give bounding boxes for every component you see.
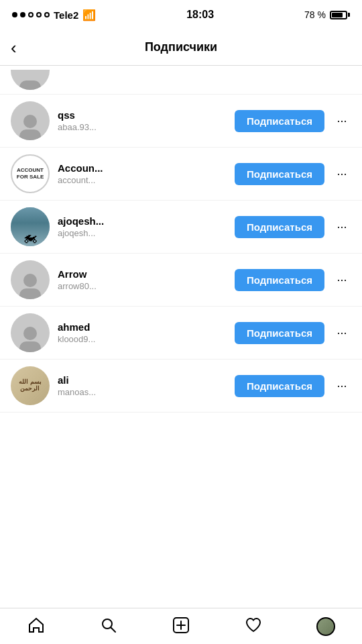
avatar[interactable]: ACCOUNTFOR SALE	[11, 154, 50, 193]
bottom-navigation	[0, 608, 362, 644]
page-title: Подписчики	[145, 40, 217, 54]
avatar[interactable]	[11, 101, 50, 140]
list-item: بسم اللهالرحمن ali manoas... Подписаться…	[0, 360, 362, 413]
status-time: 18:03	[186, 9, 214, 21]
home-icon	[27, 616, 45, 637]
page-header: ‹ Подписчики	[0, 30, 362, 66]
list-item: ACCOUNTFOR SALE Accoun... account... Под…	[0, 148, 362, 201]
more-options-button[interactable]: ···	[333, 379, 351, 393]
user-handle: arrow80...	[58, 281, 227, 291]
follow-button[interactable]: Подписаться	[235, 216, 324, 238]
account-sale-label: ACCOUNTFOR SALE	[14, 164, 46, 182]
user-info: qss abaa.93...	[58, 109, 227, 132]
username: ali	[58, 374, 227, 386]
user-handle: account...	[58, 175, 227, 185]
back-button[interactable]: ‹	[11, 39, 17, 56]
carrier-name: Tele2	[54, 9, 78, 21]
status-right: 78 %	[304, 9, 350, 20]
signal-dots	[12, 12, 50, 17]
user-info: Arrow arrow80...	[58, 268, 227, 291]
username: ahmed	[58, 321, 227, 333]
nav-add[interactable]	[145, 608, 217, 644]
add-icon	[172, 616, 190, 637]
partial-avatar	[11, 70, 50, 90]
list-item: qss abaa.93... Подписаться ···	[0, 95, 362, 148]
follow-button[interactable]: Подписаться	[235, 375, 324, 397]
search-icon	[100, 616, 117, 637]
dot-3	[28, 12, 34, 17]
avatar[interactable]	[11, 260, 50, 299]
nav-search[interactable]	[72, 608, 145, 644]
user-handle: abaa.93...	[58, 122, 227, 132]
user-info: ahmed kloood9...	[58, 321, 227, 344]
follow-button[interactable]: Подписаться	[235, 110, 324, 132]
follow-button[interactable]: Подписаться	[235, 163, 324, 185]
user-handle: manoas...	[58, 387, 227, 397]
follow-button[interactable]: Подписаться	[235, 269, 324, 291]
user-handle: ajoqesh...	[58, 228, 227, 238]
heart-icon	[245, 616, 262, 637]
status-left: Tele2 📶	[12, 9, 96, 21]
avatar[interactable]	[11, 313, 50, 352]
username: Accoun...	[58, 162, 227, 174]
avatar[interactable]: بسم اللهالرحمن	[11, 366, 50, 405]
user-info: ali manoas...	[58, 374, 227, 397]
more-options-button[interactable]: ···	[333, 220, 351, 234]
more-options-button[interactable]: ···	[333, 114, 351, 128]
profile-avatar	[316, 617, 335, 636]
follow-button[interactable]: Подписаться	[235, 322, 324, 344]
dot-5	[44, 12, 50, 17]
photo-content: 🏍	[23, 229, 38, 246]
followers-list: qss abaa.93... Подписаться ··· ACCOUNTFO…	[0, 66, 362, 608]
user-info: ajoqesh... ajoqesh...	[58, 215, 227, 238]
username: Arrow	[58, 268, 227, 280]
battery-percent: 78 %	[304, 9, 326, 20]
more-options-button[interactable]: ···	[333, 273, 351, 287]
dot-1	[12, 12, 17, 17]
more-options-button[interactable]: ···	[333, 167, 351, 181]
battery-icon	[330, 11, 350, 19]
wifi-icon: 📶	[82, 9, 96, 21]
list-item: ahmed kloood9... Подписаться ···	[0, 307, 362, 360]
partial-top-item	[0, 66, 362, 95]
username: qss	[58, 109, 227, 121]
list-item: 🏍 ajoqesh... ajoqesh... Подписаться ···	[0, 201, 362, 254]
nav-home[interactable]	[0, 608, 72, 644]
avatar[interactable]: 🏍	[11, 207, 50, 246]
more-options-button[interactable]: ···	[333, 326, 351, 340]
user-handle: kloood9...	[58, 334, 227, 344]
status-bar: Tele2 📶 18:03 78 %	[0, 0, 362, 30]
list-item: Arrow arrow80... Подписаться ···	[0, 254, 362, 307]
dot-4	[36, 12, 42, 17]
dot-2	[20, 12, 25, 17]
user-info: Accoun... account...	[58, 162, 227, 185]
nav-heart[interactable]	[217, 608, 290, 644]
username: ajoqesh...	[58, 215, 227, 227]
ali-photo: بسم اللهالرحمن	[11, 366, 50, 405]
svg-line-1	[111, 627, 116, 632]
nav-profile[interactable]	[290, 608, 362, 644]
